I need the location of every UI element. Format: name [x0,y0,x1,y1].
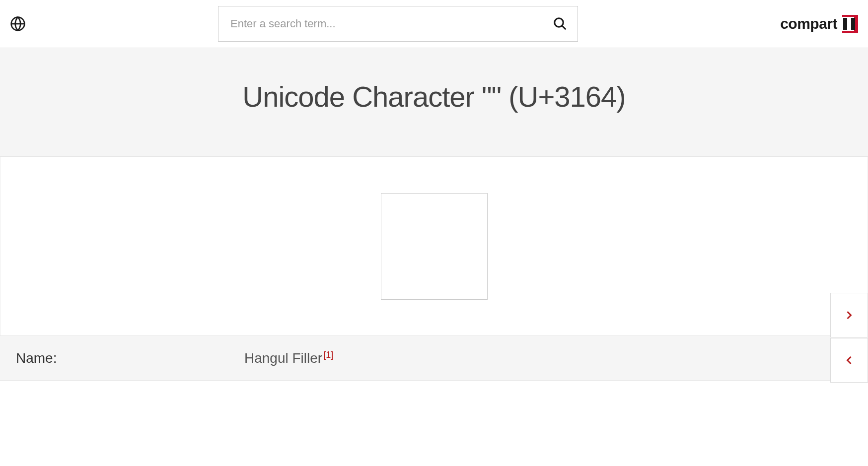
search-input[interactable] [218,6,542,41]
svg-point-2 [554,18,563,27]
svg-rect-7 [843,18,847,30]
svg-rect-4 [842,15,856,17]
svg-rect-8 [851,18,855,30]
logo-text: compart [780,15,837,32]
prev-char-button[interactable] [830,338,868,381]
svg-rect-5 [842,31,856,33]
header: compart [0,0,868,48]
search-button[interactable] [542,6,578,41]
next-char-button[interactable] [830,293,868,337]
svg-line-3 [562,26,566,30]
search-container [218,6,578,42]
logo[interactable]: compart [780,15,858,33]
title-section: Unicode Character "ㅤ" (U+3164) [0,48,868,157]
property-label: Name: [16,350,244,366]
content-section [0,157,868,335]
chevron-right-icon [842,308,856,322]
footnote-ref[interactable]: [1] [323,350,333,360]
property-row-name: Name: Hangul Filler[1] [0,336,868,381]
logo-mark-icon [840,15,858,33]
character-preview-box [381,193,488,300]
chevron-left-icon [842,353,856,367]
property-value: Hangul Filler[1] [244,350,333,366]
properties-section: Name: Hangul Filler[1] [0,335,868,381]
globe-icon[interactable] [10,16,26,32]
page-title: Unicode Character "ㅤ" (U+3164) [10,78,858,117]
search-icon [553,16,568,31]
nav-buttons [830,293,868,381]
